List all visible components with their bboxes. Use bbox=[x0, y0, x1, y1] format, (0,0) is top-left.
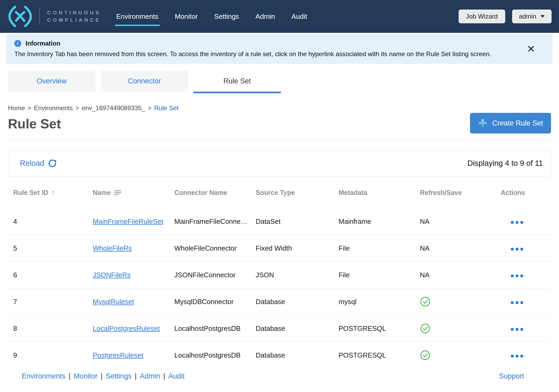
user-menu-button[interactable]: admin bbox=[512, 10, 552, 23]
cell-metadata: Mainframe bbox=[333, 208, 415, 235]
table-header-row: Rule Set ID↑NameConnector NameSource Typ… bbox=[8, 176, 551, 208]
cell-source-type: Database bbox=[250, 288, 333, 315]
cell-actions bbox=[495, 288, 551, 315]
breadcrumb-item-environments[interactable]: Environments bbox=[34, 104, 73, 112]
table-row: 9PostgresRulesetLocalhostPostgresDBDatab… bbox=[8, 342, 551, 369]
footer-link-admin[interactable]: Admin bbox=[140, 372, 160, 380]
close-icon[interactable]: ✕ bbox=[527, 44, 535, 54]
cell-refresh-save: NA bbox=[415, 208, 495, 235]
row-actions-menu-button[interactable] bbox=[511, 355, 523, 358]
cell-source-type: Fixed Width bbox=[250, 235, 333, 262]
cell-source-type: DataSet bbox=[250, 208, 333, 235]
sort-ascending-icon[interactable]: ↑ bbox=[51, 189, 55, 197]
rule-set-name-link[interactable]: MysqlRuleset bbox=[93, 298, 134, 306]
cell-refresh-save: NA bbox=[415, 262, 495, 288]
cell-rule-set-id: 9 bbox=[8, 342, 87, 369]
banner-header: i Information bbox=[14, 40, 513, 47]
nav-item-environments[interactable]: Environments bbox=[116, 12, 158, 21]
job-wizard-button[interactable]: Job Wizard bbox=[459, 10, 505, 23]
divider bbox=[8, 140, 551, 141]
row-actions-menu-button[interactable] bbox=[511, 221, 523, 224]
rule-set-name-link[interactable]: LocalPostgresRuleset bbox=[93, 324, 160, 332]
footer-link-monitor[interactable]: Monitor bbox=[74, 372, 97, 380]
column-label: Refresh/Save bbox=[420, 189, 462, 197]
rule-set-name-link[interactable]: WholeFileRs bbox=[93, 244, 132, 252]
column-header-connector-name[interactable]: Connector Name bbox=[169, 176, 250, 208]
column-header-name[interactable]: Name bbox=[87, 176, 169, 208]
cell-metadata: POSTGRESQL bbox=[333, 342, 415, 369]
sort-lines-icon[interactable] bbox=[114, 190, 121, 195]
breadcrumb-item-home[interactable]: Home bbox=[8, 104, 25, 112]
cell-metadata: File bbox=[333, 262, 415, 288]
cell-source-type: Database bbox=[250, 315, 333, 342]
tab-connector[interactable]: Connector bbox=[101, 70, 188, 92]
nav-item-settings[interactable]: Settings bbox=[214, 12, 239, 21]
footer-support-link[interactable]: Support bbox=[499, 372, 524, 380]
table-row: 7MysqlRulesetMysqlDBConnectorDatabasemys… bbox=[8, 288, 551, 315]
cell-actions bbox=[495, 315, 551, 342]
cell-source-type: Database bbox=[250, 342, 333, 369]
tab-overview[interactable]: Overview bbox=[8, 70, 95, 92]
breadcrumb-item-rule-set[interactable]: Rule Set bbox=[154, 104, 179, 112]
cell-refresh-save bbox=[415, 315, 495, 342]
column-header-source-type[interactable]: Source Type bbox=[250, 176, 333, 208]
footer-link-separator: | bbox=[163, 372, 165, 380]
column-label: Connector Name bbox=[174, 189, 227, 197]
cell-name: LocalPostgresRuleset bbox=[87, 315, 169, 342]
refresh-success-check-icon bbox=[420, 350, 495, 360]
cell-rule-set-id: 6 bbox=[8, 262, 87, 288]
footer-link-separator: | bbox=[135, 372, 137, 380]
cell-connector-name: WholeFileConnector bbox=[169, 235, 250, 262]
tab-rule-set[interactable]: Rule Set bbox=[193, 70, 281, 92]
reload-button[interactable]: Reload bbox=[20, 159, 57, 168]
cell-actions bbox=[495, 235, 551, 262]
column-header-refresh-save[interactable]: Refresh/Save bbox=[415, 176, 495, 208]
brand-line-1: CONTINUOUS bbox=[47, 9, 101, 17]
refresh-success-check-icon bbox=[420, 323, 495, 334]
cell-metadata: File bbox=[333, 235, 415, 262]
banner-message: The Inventory Tab has been removed from … bbox=[14, 50, 513, 58]
create-rule-set-button[interactable]: Create Rule Set bbox=[470, 113, 551, 133]
nav-item-admin[interactable]: Admin bbox=[255, 12, 275, 21]
cell-name: WholeFileRs bbox=[87, 235, 169, 262]
row-actions-menu-button[interactable] bbox=[511, 274, 523, 277]
column-header-actions[interactable]: Actions bbox=[495, 176, 551, 208]
table-body: 4MainFrameFileRuleSetMainFrameFileConne…… bbox=[8, 208, 551, 369]
rule-set-name-link[interactable]: JSONFileRs bbox=[93, 271, 131, 279]
cell-connector-name: JSONFileConnector bbox=[169, 262, 250, 288]
footer-link-environments[interactable]: Environments bbox=[22, 372, 65, 380]
breadcrumb-separator: > bbox=[28, 104, 31, 112]
pagination-status: Displaying 4 to 9 of 11 bbox=[467, 159, 543, 168]
table-toolbar: Reload Displaying 4 to 9 of 11 bbox=[8, 150, 551, 176]
app-root: CONTINUOUS COMPLIANCE EnvironmentsMonito… bbox=[0, 0, 559, 380]
row-actions-menu-button[interactable] bbox=[511, 328, 523, 331]
column-header-rule-set-id[interactable]: Rule Set ID↑ bbox=[8, 176, 87, 208]
cell-refresh-save bbox=[415, 288, 495, 315]
row-actions-menu-button[interactable] bbox=[511, 301, 523, 304]
column-label: Actions bbox=[501, 189, 525, 197]
cell-connector-name: MainFrameFileConne… bbox=[169, 208, 250, 235]
chevron-down-icon bbox=[540, 15, 545, 18]
tab-bar: OverviewConnectorRule Set bbox=[8, 70, 551, 92]
breadcrumb-item-env-1697449089335[interactable]: env_1697449089335_ bbox=[82, 104, 145, 112]
footer-link-settings[interactable]: Settings bbox=[106, 372, 132, 380]
rule-set-name-link[interactable]: PostgresRuleset bbox=[93, 351, 143, 359]
cell-name: JSONFileRs bbox=[87, 262, 169, 288]
refresh-icon bbox=[48, 159, 57, 168]
create-rule-set-label: Create Rule Set bbox=[492, 119, 543, 127]
breadcrumb: Home>Environments>env_1697449089335_>Rul… bbox=[8, 104, 551, 112]
cell-rule-set-id: 7 bbox=[8, 288, 87, 315]
column-header-metadata[interactable]: Metadata bbox=[333, 176, 415, 208]
column-label: Source Type bbox=[256, 189, 295, 197]
column-label: Rule Set ID bbox=[13, 189, 48, 197]
nav-item-audit[interactable]: Audit bbox=[291, 12, 307, 21]
cell-metadata: mysql bbox=[333, 288, 415, 315]
rule-set-name-link[interactable]: MainFrameFileRuleSet bbox=[93, 217, 163, 225]
footer-link-audit[interactable]: Audit bbox=[168, 372, 185, 380]
brand-logo-icon[interactable] bbox=[7, 5, 33, 28]
cell-name: MainFrameFileRuleSet bbox=[87, 208, 169, 235]
footer: Environments|Monitor|Settings|Admin|Audi… bbox=[8, 372, 551, 380]
row-actions-menu-button[interactable] bbox=[511, 248, 523, 251]
footer-link-separator: | bbox=[69, 372, 70, 380]
nav-item-monitor[interactable]: Monitor bbox=[175, 12, 198, 21]
